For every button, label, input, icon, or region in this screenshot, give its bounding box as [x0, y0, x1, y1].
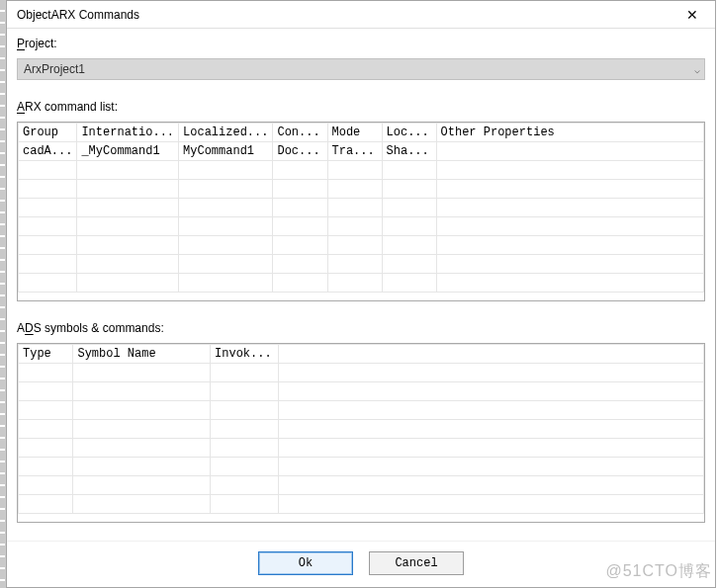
- table-row[interactable]: [19, 217, 704, 236]
- project-label: Project:: [17, 37, 705, 50]
- dialog-content: Project: ArxProject1 ⌵ ARX command list:…: [7, 29, 715, 541]
- column-header[interactable]: Other Properties: [436, 124, 703, 142]
- ok-button[interactable]: Ok: [258, 551, 353, 575]
- table-row[interactable]: [19, 420, 704, 439]
- table-row[interactable]: [19, 236, 704, 255]
- table-row[interactable]: [19, 439, 704, 458]
- column-header[interactable]: Localized...: [179, 124, 273, 142]
- button-bar: Ok Cancel: [7, 541, 715, 587]
- ads-table[interactable]: TypeSymbol NameInvok...: [18, 344, 704, 514]
- arx-command-grid[interactable]: GroupInternatio...Localized...Con...Mode…: [17, 122, 705, 301]
- project-combo-value: ArxProject1: [24, 62, 85, 76]
- table-row[interactable]: [19, 180, 704, 199]
- table-row[interactable]: [19, 458, 704, 476]
- ads-list-label: ADS symbols & commands:: [17, 321, 705, 335]
- arx-list-label: ARX command list:: [17, 100, 705, 114]
- chevron-down-icon: ⌵: [694, 64, 700, 75]
- column-header[interactable]: Loc...: [382, 124, 436, 142]
- column-header[interactable]: Internatio...: [77, 124, 179, 142]
- table-row[interactable]: [19, 476, 704, 495]
- table-row[interactable]: [19, 161, 704, 180]
- table-row[interactable]: cadA..._MyCommand1MyCommand1Doc...Tra...…: [19, 142, 704, 161]
- column-header[interactable]: Con...: [273, 124, 327, 142]
- cancel-button[interactable]: Cancel: [369, 551, 464, 575]
- arx-table[interactable]: GroupInternatio...Localized...Con...Mode…: [18, 123, 704, 293]
- titlebar[interactable]: ObjectARX Commands ✕: [7, 1, 715, 29]
- table-row[interactable]: [19, 401, 704, 420]
- column-header[interactable]: Group: [19, 124, 77, 142]
- ads-symbols-grid[interactable]: TypeSymbol NameInvok...: [17, 343, 705, 523]
- column-header[interactable]: Invok...: [211, 345, 279, 364]
- table-row[interactable]: [19, 199, 704, 217]
- table-row[interactable]: [19, 255, 704, 274]
- column-header[interactable]: Type: [19, 345, 73, 364]
- table-row[interactable]: [19, 495, 704, 514]
- table-row[interactable]: [19, 382, 704, 401]
- project-combo[interactable]: ArxProject1 ⌵: [17, 58, 705, 80]
- column-header[interactable]: Mode: [327, 124, 382, 142]
- table-row[interactable]: [19, 274, 704, 293]
- dialog-window: ObjectARX Commands ✕ Project: ArxProject…: [6, 0, 716, 588]
- window-title: ObjectARX Commands: [17, 8, 139, 22]
- close-icon[interactable]: ✕: [675, 7, 709, 23]
- column-header[interactable]: Symbol Name: [73, 345, 211, 364]
- table-row[interactable]: [19, 364, 704, 382]
